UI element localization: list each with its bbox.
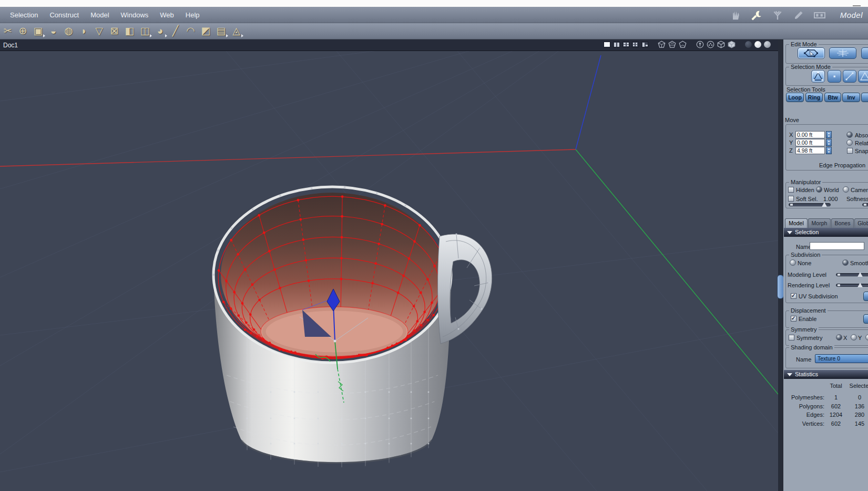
menu-model[interactable]: Model bbox=[85, 11, 115, 19]
selection-tool-extra-button[interactable] bbox=[861, 93, 868, 102]
move-z-spinner[interactable]: ▲▼ bbox=[826, 147, 832, 154]
deform-pinch-icon[interactable]: ◬ bbox=[229, 24, 244, 38]
subdivision-none-radio[interactable] bbox=[790, 259, 796, 266]
layout-single-icon[interactable] bbox=[604, 42, 610, 47]
wire-cube-icon[interactable] bbox=[717, 41, 725, 48]
soft-sel-checkbox[interactable] bbox=[788, 196, 794, 202]
stack-taper-icon[interactable]: ▤ bbox=[213, 24, 229, 38]
symmetry-y-radio[interactable] bbox=[851, 334, 857, 340]
layout-quad-icon[interactable] bbox=[622, 42, 629, 47]
move-x-spinner[interactable]: ▲▼ bbox=[826, 131, 832, 138]
document-tab[interactable]: Doc1 bbox=[3, 42, 18, 49]
sphere-bright-icon[interactable] bbox=[754, 41, 761, 48]
camera-radio[interactable] bbox=[843, 186, 849, 193]
faces-icon bbox=[859, 71, 868, 82]
tab-morph[interactable]: Morph bbox=[808, 218, 831, 228]
selection-tool-btw-button[interactable]: Btw bbox=[824, 93, 841, 102]
soft-sel-label: Soft Sel. bbox=[796, 196, 818, 202]
displacement-extra-button[interactable] bbox=[863, 314, 868, 324]
selection-mode-edges-button[interactable] bbox=[843, 70, 856, 83]
layout-split-icon[interactable] bbox=[613, 42, 620, 47]
rendering-level-slider[interactable] bbox=[836, 284, 868, 287]
lathe-icon[interactable]: ◍ bbox=[61, 24, 76, 38]
selection-mode-faces-button[interactable] bbox=[858, 70, 868, 83]
orbit-dots-icon[interactable] bbox=[707, 41, 714, 48]
selection-tool-ring-button[interactable]: Ring bbox=[805, 93, 823, 102]
orbit-arrow-icon[interactable] bbox=[696, 41, 704, 48]
displacement-title: Displacement bbox=[789, 307, 828, 314]
tessellate-icon[interactable]: ▣ bbox=[30, 24, 46, 38]
selection-section-header[interactable]: Selection bbox=[784, 228, 868, 237]
absolute-radio[interactable] bbox=[846, 132, 853, 138]
snap-checkbox[interactable] bbox=[847, 148, 853, 154]
move-axis-x-label: X bbox=[789, 132, 793, 138]
sphere-dark-icon[interactable] bbox=[745, 41, 752, 48]
subdivision-smooth-radio[interactable] bbox=[842, 259, 849, 266]
tab-model[interactable]: Model bbox=[785, 218, 808, 228]
selection-mode-points-button[interactable] bbox=[828, 70, 841, 83]
uv-extra-button[interactable] bbox=[863, 292, 868, 301]
cube-primitive-icon[interactable]: ◧ bbox=[122, 24, 137, 38]
minimize-icon[interactable] bbox=[853, 5, 861, 6]
edit-mode-polygon-button[interactable] bbox=[798, 47, 825, 59]
line-tool-icon[interactable]: ╱ bbox=[168, 24, 183, 38]
symmetry-x-radio[interactable] bbox=[836, 334, 842, 340]
modeling-level-slider[interactable] bbox=[836, 273, 868, 276]
bend-icon[interactable]: ◠ bbox=[183, 24, 198, 38]
sphere-primitive-icon[interactable]: ◕ bbox=[152, 24, 168, 38]
box-open-icon[interactable]: ◫ bbox=[137, 24, 152, 38]
displacement-enable-checkbox[interactable] bbox=[791, 316, 796, 322]
move-axis-z-label: Z bbox=[789, 147, 793, 154]
name-field[interactable] bbox=[810, 242, 864, 250]
edit-mode-uv-button[interactable] bbox=[861, 47, 868, 59]
tab-global[interactable]: Global bbox=[854, 218, 868, 228]
menu-web[interactable]: Web bbox=[154, 11, 180, 19]
move-y-field[interactable]: 0.00 ft bbox=[795, 139, 825, 146]
selection-tool-inv-button[interactable]: Inv bbox=[842, 93, 860, 102]
viewport-3d[interactable] bbox=[0, 51, 778, 491]
menu-construct[interactable]: Construct bbox=[44, 11, 85, 19]
dome-icon[interactable]: ◒ bbox=[46, 24, 61, 38]
weld-icon[interactable]: ⊕ bbox=[15, 24, 30, 38]
symmetry-checkbox[interactable] bbox=[789, 335, 794, 340]
film-icon[interactable] bbox=[812, 9, 828, 21]
goblet-sweep-icon[interactable]: ▽ bbox=[91, 24, 107, 38]
solid-cube-icon[interactable] bbox=[728, 41, 736, 48]
panel-splitter[interactable] bbox=[778, 39, 783, 491]
softness-slider[interactable] bbox=[862, 203, 868, 206]
hidden-checkbox[interactable] bbox=[788, 187, 794, 193]
dissolve-icon[interactable]: ⊠ bbox=[107, 24, 122, 38]
move-y-spinner[interactable]: ▲▼ bbox=[826, 139, 832, 146]
brush-icon[interactable] bbox=[791, 9, 806, 21]
soft-sel-slider[interactable] bbox=[789, 203, 831, 206]
hand-icon[interactable] bbox=[728, 9, 743, 21]
menu-help[interactable]: Help bbox=[180, 11, 206, 19]
menu-selection[interactable]: Selection bbox=[4, 11, 44, 19]
edit-mode-object-button[interactable] bbox=[829, 47, 856, 59]
shading-smooth-wire-icon[interactable] bbox=[668, 41, 676, 48]
move-x-field[interactable]: 0.00 ft bbox=[795, 131, 825, 138]
world-radio[interactable] bbox=[816, 186, 822, 193]
curve-extract-icon[interactable]: ◗ bbox=[76, 24, 91, 38]
cut-scissors-icon[interactable]: ✂ bbox=[0, 24, 15, 38]
fold-icon[interactable]: ◩ bbox=[198, 24, 213, 38]
selection-mode-auto-button[interactable] bbox=[811, 70, 825, 83]
move-z-field[interactable]: 4.98 ft bbox=[795, 147, 825, 154]
layout-grid-icon[interactable] bbox=[632, 42, 639, 47]
stat-row-label: Edges: bbox=[783, 412, 824, 418]
tab-bones[interactable]: Bones bbox=[831, 218, 854, 228]
wrench-icon-active[interactable] bbox=[749, 9, 764, 21]
symmetry-z-radio[interactable] bbox=[865, 334, 868, 340]
shading-wireframe-icon[interactable] bbox=[658, 41, 666, 48]
layout-corner-icon[interactable] bbox=[641, 42, 648, 47]
menu-windows[interactable]: Windows bbox=[115, 11, 155, 19]
shading-domain-dropdown[interactable]: Texture 0 bbox=[815, 354, 868, 363]
statistics-section-header[interactable]: Statistics bbox=[784, 370, 868, 379]
stats-col-total: Total bbox=[824, 383, 847, 389]
fork-icon[interactable] bbox=[770, 9, 785, 21]
uv-subdivision-checkbox[interactable] bbox=[791, 293, 796, 299]
relative-radio[interactable] bbox=[846, 139, 853, 146]
selection-tool-loop-button[interactable]: Loop bbox=[786, 93, 804, 102]
sphere-gray-icon[interactable] bbox=[764, 41, 771, 48]
shading-flat-icon[interactable] bbox=[679, 41, 687, 48]
